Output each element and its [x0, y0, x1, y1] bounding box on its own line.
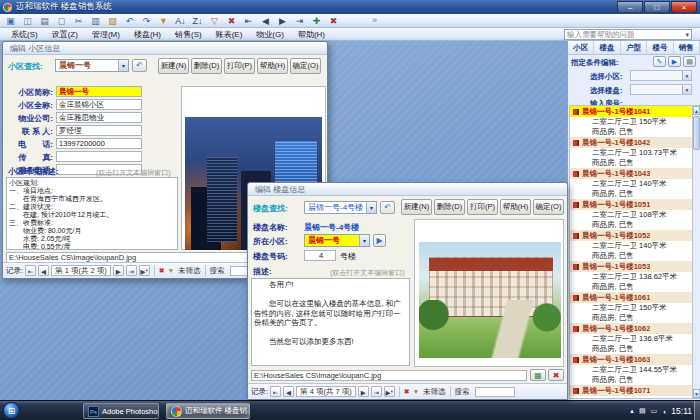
undo-icon[interactable]: ↶: [123, 15, 136, 27]
menu-item[interactable]: 销售(S): [168, 29, 209, 40]
new-button[interactable]: 新建(N): [401, 199, 432, 215]
listing-item[interactable]: 晨锦一号-1号楼1071: [570, 385, 692, 399]
field-input[interactable]: [56, 151, 142, 162]
print-button[interactable]: 打印(P): [467, 199, 498, 215]
window-titlebar[interactable]: 迈和瑞软件 楼盘销售系统 – □ ×: [0, 0, 700, 14]
listing-item[interactable]: 晨锦一号-1号楼1063 二室二厅二卫 144.55平米 商品房, 已售: [570, 354, 692, 385]
previous-record-button[interactable]: ◀: [38, 265, 49, 276]
save-icon[interactable]: ▣: [4, 15, 17, 27]
undo-search-button[interactable]: ↶: [380, 201, 395, 214]
first-record-icon[interactable]: ⇤: [242, 15, 255, 27]
new-record-button[interactable]: ▶*: [139, 265, 150, 276]
menu-item[interactable]: 帮助(H): [291, 29, 332, 40]
filter-status[interactable]: 未筛选: [178, 266, 201, 276]
cut-icon[interactable]: ✂: [72, 15, 85, 27]
undo-search-button[interactable]: ↶: [132, 59, 147, 72]
show-desktop-button[interactable]: [694, 401, 700, 420]
filter-by-selection-icon[interactable]: ▼: [157, 15, 170, 27]
community-search-combo[interactable]: 晨锦一号 ▾: [55, 59, 129, 72]
network-icon[interactable]: ▭: [651, 407, 658, 415]
filter-icon[interactable]: ▽: [208, 15, 221, 27]
taskbar-item-photoshop[interactable]: Ps Adobe Photoshop: [83, 403, 159, 419]
toolbar-options-icon[interactable]: »: [372, 15, 377, 25]
close-button[interactable]: ×: [671, 1, 697, 13]
chevron-down-icon[interactable]: ▾: [118, 60, 128, 71]
remove-image-button[interactable]: ✖: [548, 369, 564, 381]
volume-icon[interactable]: ◖: [662, 408, 666, 415]
start-button[interactable]: ⊞: [3, 402, 20, 419]
listing-item[interactable]: 晨锦一号-1号楼1041 二室二厅二卫 150平米 商品房, 已售: [570, 106, 692, 137]
previous-record-icon[interactable]: ◀: [259, 15, 272, 27]
sort-descending-icon[interactable]: Z↓: [191, 15, 204, 27]
panel-tab[interactable]: 户型: [621, 41, 647, 54]
delete-button[interactable]: 删除(D): [191, 58, 222, 74]
input-indicator-icon[interactable]: ▤: [639, 407, 646, 415]
last-record-button[interactable]: ⇥: [126, 265, 137, 276]
listing-item[interactable]: 晨锦一号-1号楼1052 二室二厅一卫 140平米 商品房, 已售: [570, 230, 692, 261]
last-record-icon[interactable]: ⇥: [293, 15, 306, 27]
listing-item[interactable]: 晨锦一号-1号楼1061 二室二厅二卫 150平米 商品房, 已售: [570, 292, 692, 323]
next-record-button[interactable]: ▶: [113, 265, 124, 276]
first-record-button[interactable]: ⇤: [270, 386, 281, 397]
community-window-titlebar[interactable]: 编辑 小区信息: [3, 42, 327, 55]
building-number-input[interactable]: 4: [304, 250, 336, 261]
next-record-button[interactable]: ▶: [358, 386, 369, 397]
sort-ascending-icon[interactable]: A↓: [174, 15, 187, 27]
panel-tab[interactable]: 楼号: [647, 41, 673, 54]
chevron-down-icon[interactable]: ▾: [359, 235, 369, 246]
new-button[interactable]: 新建(N): [158, 58, 189, 74]
panel-tab[interactable]: 小区: [568, 41, 594, 54]
menu-item[interactable]: 管理(M): [85, 29, 127, 40]
filter-status[interactable]: 未筛选: [423, 387, 446, 397]
paste-icon[interactable]: ▨: [106, 15, 119, 27]
menu-item[interactable]: 设置(Z): [45, 29, 85, 40]
minimize-button[interactable]: –: [617, 1, 643, 13]
environment-desc-textarea[interactable]: 小区规划: 一、项目地点: 在青海西宁市城西开发区。 二、建设状况: 在建, 预…: [6, 177, 178, 250]
menu-item[interactable]: 账表(E): [209, 29, 250, 40]
panel-tab[interactable]: 销售: [674, 41, 700, 54]
taskbar-clock[interactable]: 15:11: [671, 406, 692, 416]
building-window-titlebar[interactable]: 编辑 楼盘信息: [248, 183, 567, 196]
delete-record-icon[interactable]: ✖: [327, 15, 340, 27]
next-record-icon[interactable]: ▶: [276, 15, 289, 27]
menu-item[interactable]: 楼盘(H): [127, 29, 168, 40]
listing-item[interactable]: 晨锦一号-1号楼1062 二室二厅一卫 136.8平米 商品房, 已售: [570, 323, 692, 354]
field-input[interactable]: 罗经理: [56, 125, 142, 136]
scroll-down-icon[interactable]: ▼: [693, 389, 700, 398]
help-button[interactable]: 帮助(H): [500, 199, 531, 215]
first-record-button[interactable]: ⇤: [25, 265, 36, 276]
scrollbar-thumb[interactable]: [693, 116, 700, 150]
taskbar-item-housesales[interactable]: 迈和瑞软件 楼盘销...: [166, 403, 250, 419]
listing-scrollbar[interactable]: ▲ ▼: [692, 105, 700, 399]
new-record-icon[interactable]: ✚: [310, 15, 323, 27]
chevron-down-icon[interactable]: ▾: [682, 71, 691, 80]
field-input[interactable]: 13997200000: [56, 138, 142, 149]
print-list-button[interactable]: ▤: [683, 56, 696, 67]
menu-item[interactable]: 物业(G): [249, 29, 291, 40]
chevron-down-icon[interactable]: ▾: [682, 85, 691, 94]
ok-button[interactable]: 确定(O): [290, 58, 321, 74]
delete-button[interactable]: 删除(D): [434, 199, 465, 215]
field-input[interactable]: 金庄雅思物业: [56, 112, 142, 123]
copy-icon[interactable]: ▥: [89, 15, 102, 27]
listing-item[interactable]: 晨锦一号-1号楼1053 二室二厅二卫 138.62平米 商品房, 已售: [570, 261, 692, 292]
last-record-button[interactable]: ⇥: [371, 386, 382, 397]
edit-condition-button[interactable]: ✎: [653, 56, 666, 67]
previous-record-button[interactable]: ◀: [283, 386, 294, 397]
ok-button[interactable]: 确定(O): [533, 199, 564, 215]
remove-filter-icon[interactable]: ✖: [225, 15, 238, 27]
select-community-combo[interactable]: ▾: [630, 70, 692, 81]
browse-image-button[interactable]: ▦: [530, 369, 546, 381]
view-icon[interactable]: ◫: [21, 15, 34, 27]
chevron-down-icon[interactable]: ▾: [366, 202, 376, 213]
help-button[interactable]: 帮助(H): [257, 58, 288, 74]
redo-icon[interactable]: ↷: [140, 15, 153, 27]
new-record-button[interactable]: ▶*: [384, 386, 395, 397]
field-input[interactable]: 晨锦一号: [56, 86, 142, 97]
scroll-up-icon[interactable]: ▲: [693, 106, 700, 115]
print-icon[interactable]: ▤: [38, 15, 51, 27]
print-preview-icon[interactable]: ◻: [55, 15, 68, 27]
community-select-combo[interactable]: 晨锦一号 ▾: [304, 234, 370, 247]
select-building-combo[interactable]: ▾: [630, 84, 692, 95]
goto-community-button[interactable]: ▶: [373, 234, 386, 247]
